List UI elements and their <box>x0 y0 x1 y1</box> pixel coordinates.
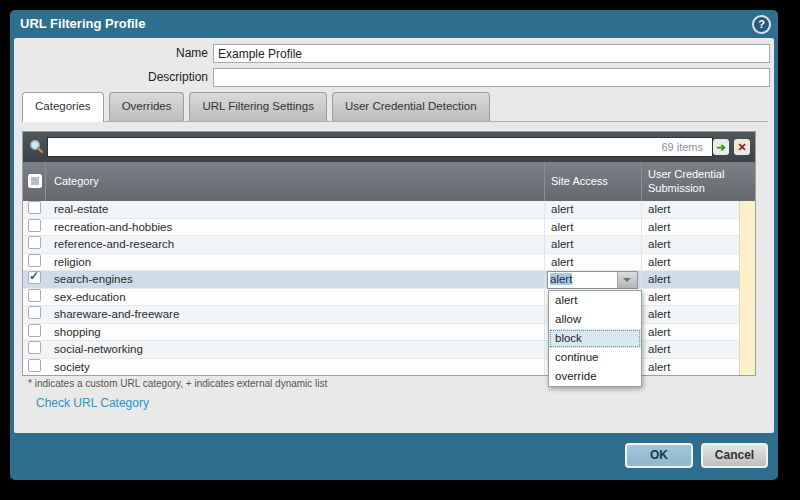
dropdown-option[interactable]: allow <box>549 310 641 329</box>
site-access-cell[interactable]: alert alert <box>545 271 642 288</box>
row-checkbox[interactable]: ✓ <box>28 236 41 249</box>
items-count: 69 items <box>661 141 703 153</box>
table-row[interactable]: ✓ religion alert alert alert <box>23 254 755 272</box>
search-input[interactable] <box>47 137 713 157</box>
table-row[interactable]: ✓ social-networking alert alert alert <box>23 341 755 359</box>
dropdown-option[interactable]: alert <box>549 291 641 310</box>
category-cell: shopping <box>46 324 545 341</box>
search-toolbar: 69 items ➔ ✕ <box>23 132 755 162</box>
table-row[interactable]: ✓ recreation-and-hobbies alert alert ale… <box>23 219 755 237</box>
table-row[interactable]: ✓ search-engines alert alert alert <box>23 271 755 289</box>
row-checkbox[interactable]: ✓ <box>28 254 41 267</box>
table-body: ✓ real-estate alert alert alert ✓ recrea… <box>23 201 755 375</box>
row-checkbox[interactable]: ✓ <box>28 324 41 337</box>
dialog-title: URL Filtering Profile <box>20 16 145 31</box>
site-access-cell[interactable]: alert alert <box>545 201 642 218</box>
checkbox-cell: ✓ <box>23 271 46 288</box>
select-all-checkbox[interactable] <box>28 174 42 188</box>
categories-table-panel: 69 items ➔ ✕ Category Site Access User C… <box>22 131 756 376</box>
category-cell: religion <box>46 254 545 271</box>
cancel-button[interactable]: Cancel <box>701 443 768 468</box>
chevron-down-icon[interactable] <box>617 272 637 288</box>
checkbox-cell: ✓ <box>23 201 46 218</box>
tab-categories[interactable]: Categories <box>22 92 104 122</box>
row-checkbox[interactable]: ✓ <box>28 219 41 232</box>
site-access-cell[interactable]: alert alert <box>545 219 642 236</box>
category-cell: recreation-and-hobbies <box>46 219 545 236</box>
checkmark-icon: ✓ <box>29 268 39 284</box>
category-cell: social-networking <box>46 341 545 358</box>
site-access-value: alert <box>551 221 573 233</box>
row-checkbox[interactable]: ✓ <box>28 359 41 372</box>
site-access-cell[interactable]: alert alert <box>545 254 642 271</box>
category-cell: sex-education <box>46 289 545 306</box>
dropdown-option[interactable]: override <box>549 367 641 386</box>
checkbox-cell: ✓ <box>23 359 46 376</box>
checkbox-cell: ✓ <box>23 236 46 253</box>
category-cell: society <box>46 359 545 376</box>
tab-user-credential-detection[interactable]: User Credential Detection <box>332 92 490 121</box>
select-all-cell <box>23 162 46 201</box>
tab-bar: Categories Overrides URL Filtering Setti… <box>22 92 768 122</box>
checkbox-cell: ✓ <box>23 219 46 236</box>
category-cell: reference-and-research <box>46 236 545 253</box>
apply-filter-icon[interactable]: ➔ <box>713 139 729 155</box>
tab-label: Overrides <box>122 100 172 112</box>
site-access-value: alert <box>551 238 573 250</box>
row-checkbox[interactable]: ✓ <box>28 306 41 319</box>
check-url-category-link[interactable]: Check URL Category <box>36 396 149 410</box>
tab-url-filtering-settings[interactable]: URL Filtering Settings <box>189 92 326 121</box>
site-access-value: alert <box>551 256 573 268</box>
table-row[interactable]: ✓ reference-and-research alert alert ale… <box>23 236 755 254</box>
ok-button[interactable]: OK <box>625 443 693 468</box>
search-icon <box>29 139 44 154</box>
table-row[interactable]: ✓ shopping alert alert alert <box>23 324 755 342</box>
name-label: Name <box>14 44 208 63</box>
checkbox-cell: ✓ <box>23 341 46 358</box>
category-cell: real-estate <box>46 201 545 218</box>
tab-label: User Credential Detection <box>345 100 477 112</box>
site-access-dropdown: alertallowblockcontinueoverride <box>548 290 642 387</box>
site-access-cell[interactable]: alert alert <box>545 236 642 253</box>
dropdown-option[interactable]: continue <box>549 348 641 367</box>
footnote: * indicates a custom URL category, + ind… <box>28 378 327 389</box>
row-checkbox[interactable]: ✓ <box>28 289 41 302</box>
row-checkbox[interactable]: ✓ <box>28 271 41 284</box>
clear-filter-icon[interactable]: ✕ <box>734 139 750 155</box>
column-header-user-credential[interactable]: User Credential Submission <box>642 162 755 201</box>
tab-label: Categories <box>35 100 91 112</box>
column-header-category[interactable]: Category <box>46 162 545 201</box>
tab-label: URL Filtering Settings <box>202 100 313 112</box>
column-header-site-access[interactable]: Site Access <box>545 162 642 201</box>
row-checkbox[interactable]: ✓ <box>28 341 41 354</box>
table-row[interactable]: ✓ sex-education alert alert alert <box>23 289 755 307</box>
checkbox-cell: ✓ <box>23 289 46 306</box>
site-access-value: alert <box>551 203 573 215</box>
tab-overrides[interactable]: Overrides <box>109 92 185 121</box>
category-cell: search-engines <box>46 271 545 288</box>
table-row[interactable]: ✓ real-estate alert alert alert <box>23 201 755 219</box>
url-filtering-profile-dialog: URL Filtering Profile ? Name Description… <box>10 10 778 480</box>
help-icon[interactable]: ? <box>752 15 771 34</box>
description-input[interactable] <box>213 68 770 87</box>
row-checkbox[interactable]: ✓ <box>28 201 41 214</box>
site-access-combobox[interactable]: alert <box>547 271 638 289</box>
category-cell: shareware-and-freeware <box>46 306 545 323</box>
description-label: Description <box>14 68 208 87</box>
dialog-content: Name Description Categories Overrides UR… <box>14 38 774 433</box>
combobox-value[interactable]: alert <box>548 272 617 288</box>
checkbox-cell: ✓ <box>23 324 46 341</box>
table-row[interactable]: ✓ society alert alert alert <box>23 359 755 376</box>
checkbox-cell: ✓ <box>23 306 46 323</box>
name-input[interactable] <box>213 44 770 63</box>
title-bar: URL Filtering Profile ? <box>10 10 778 38</box>
table-header: Category Site Access User Credential Sub… <box>23 162 755 201</box>
dropdown-option[interactable]: block <box>549 329 641 348</box>
scrollbar-track[interactable] <box>739 201 755 375</box>
table-row[interactable]: ✓ shareware-and-freeware alert alert ale… <box>23 306 755 324</box>
